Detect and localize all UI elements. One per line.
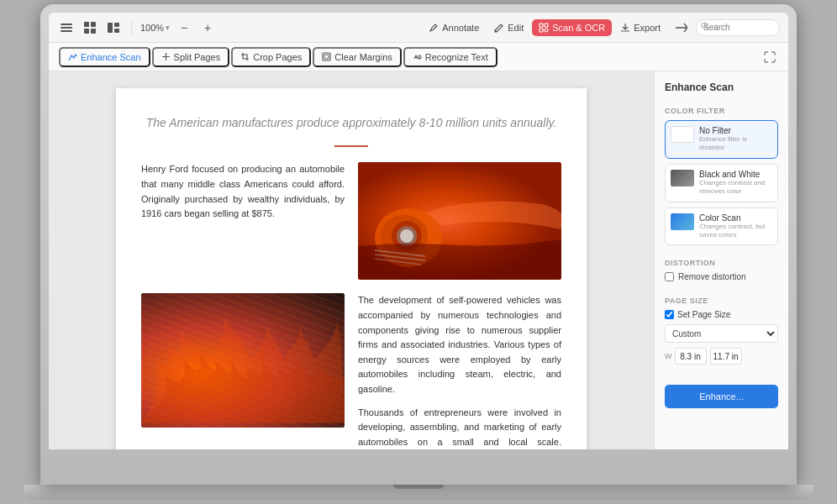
remove-distortion-label: Remove distortion [678,272,746,281]
no-filter-thumb [671,126,694,143]
svg-rect-2 [61,30,72,32]
filter-bw[interactable]: Black and White Changes contrast and rem… [665,164,778,202]
page-size-select[interactable]: Custom [665,324,778,343]
doc-area: The American manufactures produce approx… [49,71,654,449]
zoom-value: 100% [140,23,164,33]
annotate-btn[interactable]: Annotate [422,19,486,36]
secondary-toolbar: Enhance Scan Split Pages Crop Pages Clea… [49,43,788,71]
svg-point-14 [702,23,707,28]
car-image [358,162,561,280]
doc-right-text: The development of self-powered vehicles… [358,293,561,449]
main-area: The American manufactures produce approx… [49,71,788,449]
primary-toolbar: 100% ▾ − + Annotate [49,13,788,43]
svg-rect-12 [540,29,543,32]
doc-para3: Thousands of entrepreneurs were involved… [358,406,561,449]
doc-header-text: The American manufactures produce approx… [141,113,561,132]
svg-rect-16 [323,53,330,60]
fire-art [141,293,345,428]
color-scan-name: Color Scan [699,213,772,223]
svg-point-13 [545,29,548,32]
filter-no-filter[interactable]: No Filter Enhance filter is disabled [665,120,778,159]
doc-divider [334,145,368,147]
toolbar-right [672,18,780,37]
panel-title: Enhance Scan [665,81,778,93]
crop-pages-icon [240,52,250,61]
more-options-btn[interactable] [761,49,778,66]
remove-distortion-checkbox[interactable] [665,272,674,281]
distortion-label: DISTORTION [665,259,778,267]
zoom-dropdown-icon: ▾ [166,24,170,32]
distortion-section: DISTORTION Remove distortion [665,259,778,288]
zoom-minus-btn[interactable]: − [175,18,193,37]
remove-distortion-row: Remove distortion [665,272,778,281]
split-pages-btn[interactable]: Split Pages [152,47,230,67]
doc-para2: The development of self-powered vehicles… [358,293,561,396]
sidebar-icon[interactable] [57,18,76,37]
bw-text: Black and White Changes contrast and rem… [699,170,772,197]
color-filter-section: COLOR FILTER No Filter Enhance filter is… [665,107,778,250]
export-btn[interactable]: Export [613,19,667,36]
doc-page: The American manufactures produce approx… [116,88,587,449]
no-filter-desc: Enhance filter is disabled [699,135,772,153]
set-page-size-row: Set Page Size [665,310,778,319]
fullscreen-icon [764,51,776,63]
filter-color-scan[interactable]: Color Scan Changes contrast, but saves c… [665,207,778,246]
width-input[interactable] [675,348,707,365]
zoom-plus-btn[interactable]: + [198,18,217,37]
edit-btn[interactable]: Edit [487,19,530,36]
clear-margins-btn[interactable]: Clear Margins [313,47,401,67]
svg-rect-10 [540,24,543,27]
page-size-section: PAGE SIZE Set Page Size Custom W [665,297,778,373]
color-scan-desc: Changes contrast, but saves colors [699,223,772,240]
width-input-group: W [665,348,707,365]
enhance-scan-icon [68,52,77,61]
doc-para1: Henry Ford focused on producing an autom… [141,162,345,280]
clear-margins-icon [322,52,331,61]
height-input-group [710,348,742,365]
size-inputs: W [665,348,778,365]
recognize-text-icon [413,52,422,61]
laptop-base [24,485,813,500]
doc-columns-1: Henry Ford focused on producing an autom… [141,162,561,280]
svg-rect-6 [91,29,96,34]
doc-columns-2: The development of self-powered vehicles… [141,293,561,449]
svg-rect-0 [61,24,72,25]
svg-rect-8 [114,23,119,27]
scan-ocr-btn[interactable]: Scan & OCR [532,19,612,36]
svg-rect-11 [545,24,548,27]
grid-icon[interactable] [81,18,99,37]
separator [131,20,132,35]
color-filter-label: COLOR FILTER [665,107,778,115]
svg-rect-3 [84,22,89,27]
recognize-text-btn[interactable]: Recognize Text [403,47,497,67]
search-container [696,18,780,36]
right-panel: Enhance Scan COLOR FILTER No Filter Enha… [654,71,788,449]
share-icon[interactable] [672,18,691,37]
svg-rect-9 [114,29,119,33]
search-icon [701,22,709,30]
svg-rect-1 [61,27,72,29]
width-label: W [665,352,672,360]
enhance-scan-btn[interactable]: Enhance Scan [59,47,150,67]
split-pages-icon [161,52,171,61]
layout-icon[interactable] [104,18,123,37]
set-page-size-checkbox[interactable] [665,310,674,319]
crop-pages-btn[interactable]: Crop Pages [231,47,311,67]
height-input[interactable] [710,348,742,365]
no-filter-name: No Filter [699,126,772,135]
color-scan-text: Color Scan Changes contrast, but saves c… [699,213,772,240]
svg-rect-4 [91,22,96,27]
set-page-size-label: Set Page Size [677,310,730,319]
toolbar-left: 100% ▾ − + [57,18,417,37]
bw-thumb [671,170,694,186]
no-filter-text: No Filter Enhance filter is disabled [699,126,772,153]
laptop-notch [393,485,444,489]
enhance-btn[interactable]: Enhance... [665,385,778,408]
fire-illustration [141,293,345,428]
bw-name: Black and White [699,170,772,179]
fire-image [141,293,345,428]
svg-point-23 [400,229,413,243]
svg-rect-5 [84,29,89,34]
svg-line-15 [707,28,709,30]
bw-desc: Changes contrast and removes color [699,179,772,197]
